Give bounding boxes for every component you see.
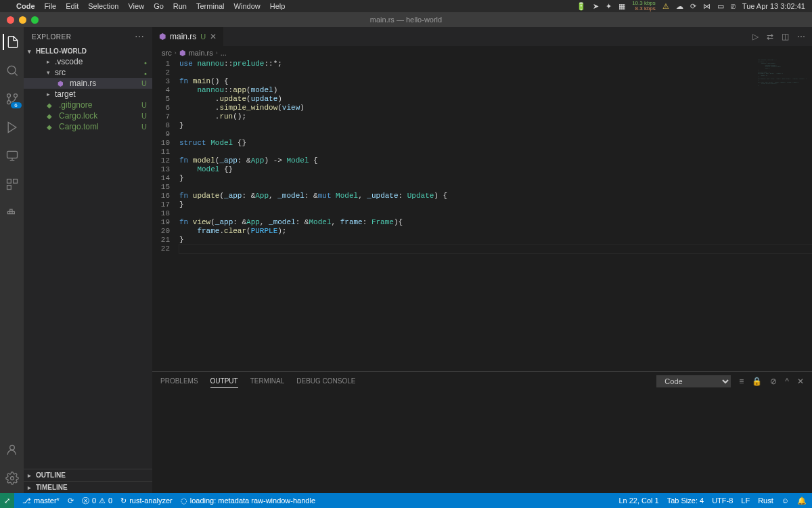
close-window-button[interactable] <box>7 16 14 24</box>
file-icon: ⬢ <box>58 80 67 87</box>
breadcrumb-symbol[interactable]: ... <box>221 49 227 57</box>
cloud-icon[interactable]: ☁ <box>676 2 683 11</box>
remote-explorer-activity-icon[interactable] <box>4 148 20 164</box>
breadcrumb[interactable]: src › ⬢ main.rs › ... <box>152 46 812 60</box>
file-tree-item-main-rs[interactable]: ⬢main.rsU <box>24 78 152 89</box>
location-icon[interactable]: ➤ <box>593 2 599 11</box>
control-center-icon[interactable]: ⎚ <box>731 2 736 10</box>
file-tree-item-Cargo-lock[interactable]: ◆Cargo.lockU <box>24 110 152 121</box>
lock-icon[interactable]: 🔒 <box>752 377 762 386</box>
traffic-lights <box>7 16 39 24</box>
menubar-file[interactable]: File <box>45 2 57 10</box>
menubar-selection[interactable]: Selection <box>88 2 118 10</box>
docker-activity-icon[interactable] <box>4 205 20 221</box>
battery-icon[interactable]: 🔋 <box>577 2 586 11</box>
output-channel-select[interactable]: Code <box>656 375 731 387</box>
breadcrumb-file[interactable]: main.rs <box>189 49 213 57</box>
language-status[interactable]: Rust <box>758 496 773 505</box>
minimize-window-button[interactable] <box>19 16 26 24</box>
run-debug-activity-icon[interactable] <box>4 119 20 135</box>
lsp-status[interactable]: ↻ rust-analyzer <box>120 496 173 505</box>
minimap[interactable]: use nannou::prelude::*; fn main() { nann… <box>758 60 812 127</box>
file-tree-item-src[interactable]: ▾src <box>24 67 152 78</box>
git-status-indicator: U <box>141 123 147 131</box>
grid-icon[interactable]: ▦ <box>618 2 625 11</box>
window-title: main.rs — hello-world <box>370 16 442 24</box>
source-control-activity-icon[interactable] <box>4 91 20 107</box>
svg-point-9 <box>10 477 14 480</box>
chevron-right-icon: ▸ <box>28 472 35 479</box>
code-editor[interactable]: 12345678910111213141516171819202122 use … <box>152 60 812 371</box>
warning-icon[interactable]: ⚠ <box>662 2 669 11</box>
menubar-go[interactable]: Go <box>154 2 164 10</box>
warning-icon: ⚠ <box>99 496 106 505</box>
editor-tab-main-rs[interactable]: ⬢ main.rs U ✕ <box>152 27 224 46</box>
file-tree-label: main.rs <box>70 79 96 88</box>
menubar-edit[interactable]: Edit <box>66 2 78 10</box>
output-panel-body[interactable] <box>152 391 812 493</box>
panel-tab-debug-console[interactable]: DEBUG CONSOLE <box>296 375 355 388</box>
network-stats: 10.3 kbps 8.3 kbps <box>632 1 656 12</box>
notifications-icon[interactable]: 🔔 <box>797 496 807 505</box>
compare-icon[interactable]: ⇄ <box>767 32 773 41</box>
split-editor-icon[interactable]: ◫ <box>782 32 789 41</box>
outline-label: OUTLINE <box>36 471 66 479</box>
chevron-down-icon: ▾ <box>28 48 35 55</box>
workspace-root[interactable]: ▾ HELLO-WORLD <box>24 46 152 56</box>
explorer-title: EXPLORER <box>32 33 71 41</box>
list-icon[interactable]: ≡ <box>739 377 744 386</box>
menubar-view[interactable]: View <box>128 2 144 10</box>
menubar-clock[interactable]: Tue Apr 13 3:02:41 <box>742 2 805 10</box>
problems-status[interactable]: ⓧ0 ⚠0 <box>82 496 112 506</box>
menubar-run[interactable]: Run <box>173 2 187 10</box>
file-tree-item-Cargo-toml[interactable]: ◆Cargo.tomlU <box>24 121 152 132</box>
git-status-indicator: U <box>141 79 147 87</box>
git-sync-status[interactable]: ⟳ <box>68 496 74 505</box>
loading-status[interactable]: ◌ loading: metadata raw-window-handle <box>181 496 315 505</box>
star-icon[interactable]: ✦ <box>606 2 612 11</box>
run-icon[interactable]: ▷ <box>752 32 759 41</box>
menubar-window[interactable]: Window <box>234 2 261 10</box>
settings-activity-icon[interactable] <box>4 470 20 486</box>
clear-icon[interactable]: ⊘ <box>770 377 777 386</box>
extensions-activity-icon[interactable] <box>4 176 20 192</box>
encoding-status[interactable]: UTF-8 <box>712 496 733 505</box>
sync-icon[interactable]: ⟳ <box>690 2 696 11</box>
cursor-position-status[interactable]: Ln 22, Col 1 <box>618 496 658 505</box>
chevron-right-icon: › <box>216 49 218 56</box>
error-icon: ⓧ <box>82 496 89 506</box>
workspace-root-label: HELLO-WORLD <box>36 47 87 55</box>
svg-point-0 <box>7 66 16 74</box>
eol-status[interactable]: LF <box>741 496 750 505</box>
close-panel-icon[interactable]: ✕ <box>797 377 804 386</box>
outline-section[interactable]: ▸ OUTLINE <box>24 469 152 481</box>
display-icon[interactable]: ▭ <box>717 2 724 11</box>
panel-tab-output[interactable]: OUTPUT <box>210 375 238 388</box>
bowtie-icon[interactable]: ⋈ <box>703 2 710 11</box>
file-tree-item--vscode[interactable]: ▸.vscode <box>24 56 152 67</box>
git-status-indicator <box>144 68 147 77</box>
feedback-icon[interactable]: ☺ <box>782 496 789 505</box>
more-actions-icon[interactable]: ⋯ <box>797 32 805 41</box>
accounts-activity-icon[interactable] <box>4 442 20 458</box>
file-icon: ◆ <box>47 112 56 120</box>
tab-size-status[interactable]: Tab Size: 4 <box>667 496 704 505</box>
close-tab-icon[interactable]: ✕ <box>210 32 217 41</box>
menubar-app[interactable]: Code <box>16 2 35 10</box>
menubar-help[interactable]: Help <box>270 2 286 10</box>
zoom-window-button[interactable] <box>31 16 39 24</box>
breadcrumb-src[interactable]: src <box>162 49 172 57</box>
menubar-terminal[interactable]: Terminal <box>196 2 225 10</box>
remote-indicator[interactable]: ⤢ <box>0 493 14 508</box>
file-tree-item--gitignore[interactable]: ◆.gitignoreU <box>24 100 152 110</box>
panel-tab-problems[interactable]: PROBLEMS <box>160 375 198 388</box>
explorer-activity-icon[interactable] <box>3 34 20 50</box>
explorer-more-icon[interactable]: ⋯ <box>135 31 145 42</box>
code-content[interactable]: use nannou::prelude::*; fn main() { nann… <box>179 60 812 371</box>
search-activity-icon[interactable] <box>4 62 20 79</box>
timeline-section[interactable]: ▸ TIMELINE <box>24 481 152 493</box>
file-tree-item-target[interactable]: ▸target <box>24 89 152 100</box>
maximize-panel-icon[interactable]: ^ <box>785 377 789 386</box>
panel-tab-terminal[interactable]: TERMINAL <box>250 375 285 388</box>
git-branch-status[interactable]: ⎇ master* <box>22 496 60 505</box>
